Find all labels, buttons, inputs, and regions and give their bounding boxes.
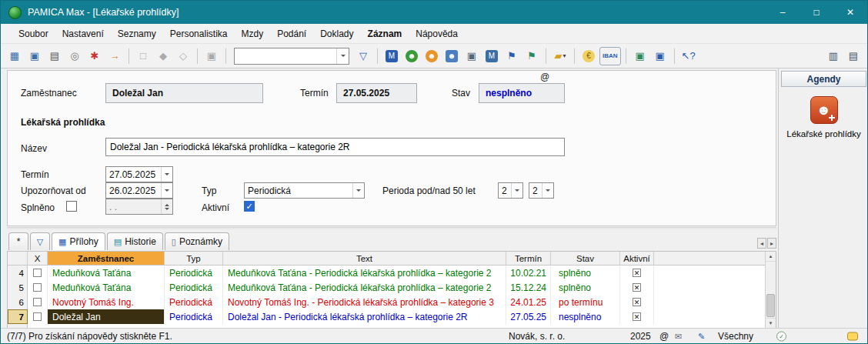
euro-icon[interactable]: € <box>579 47 598 65</box>
employee-orange-icon[interactable]: ☻ <box>422 47 441 65</box>
envelope-icon[interactable]: ✉ <box>675 331 682 341</box>
agendy-header[interactable]: Agendy <box>781 71 866 87</box>
aktivni-checkbox[interactable]: ✓ <box>244 201 255 212</box>
cell-zamestnanec[interactable]: Novotný Tomáš Ing. <box>48 295 165 309</box>
display-monitor-icon[interactable]: ▣ <box>651 47 669 65</box>
row-checkbox-icon[interactable] <box>33 298 42 306</box>
cell-aktivni[interactable]: ✕ <box>620 266 654 280</box>
status-filter[interactable]: Všechny <box>718 331 753 342</box>
menu-item-soubor[interactable]: Soubor <box>12 25 55 42</box>
cell-zamestnanec[interactable]: Meduňková Taťána <box>48 266 165 280</box>
splneno-checkbox[interactable] <box>66 201 77 212</box>
row-select-cell[interactable] <box>28 266 48 280</box>
panel-toggle-left-icon[interactable]: ▥ <box>824 47 843 65</box>
header-text[interactable]: Text <box>223 252 506 265</box>
table-row[interactable]: 6 Novotný Tomáš Ing. Periodická Novotný … <box>8 295 765 309</box>
minimize-button[interactable]: – <box>766 1 800 24</box>
spinner-icon[interactable] <box>161 199 172 214</box>
iban-icon[interactable]: IBAN <box>599 47 621 65</box>
header-stav[interactable]: Stav <box>551 252 620 265</box>
menu-item-personalistika[interactable]: Personalistika <box>163 25 235 42</box>
status-company[interactable]: Novák, s. r. o. <box>509 331 565 342</box>
tab-star[interactable]: * <box>8 232 28 250</box>
cell-text[interactable]: Doležal Jan - Periodická lékařská prohlí… <box>223 309 506 324</box>
filter-icon[interactable]: ▽ <box>354 47 372 65</box>
edit-pencil-icon[interactable]: ✎ <box>698 331 705 341</box>
personnel-card-icon[interactable]: ☻ <box>442 47 461 65</box>
cell-termin[interactable]: 24.01.25 <box>506 295 551 309</box>
print-preview-icon[interactable]: ◎ <box>65 47 84 65</box>
email-at-icon[interactable]: @ <box>659 331 669 342</box>
row-number[interactable]: 6 <box>8 295 28 309</box>
cell-aktivni[interactable]: ✕ <box>620 280 654 295</box>
chevron-down-icon[interactable] <box>542 183 553 198</box>
aktivni-checkbox-icon[interactable]: ✕ <box>633 269 641 277</box>
chevron-down-icon[interactable] <box>161 167 172 182</box>
cell-zamestnanec[interactable]: Doležal Jan <box>48 309 165 324</box>
header-zamestnanec[interactable]: Zaměstnanec <box>48 252 165 265</box>
menu-item-nastaveni[interactable]: Nastavení <box>55 25 111 42</box>
documents-folder-icon[interactable]: ▰▾ <box>551 47 569 65</box>
chevron-down-icon[interactable] <box>336 48 349 64</box>
flag-green-icon[interactable]: ⚑ <box>522 47 541 65</box>
panel-toggle-right-icon[interactable]: ▤ <box>844 47 863 65</box>
open-agenda-icon[interactable]: ▦ <box>5 47 24 65</box>
table-scrollbar[interactable]: ▲ ▼ <box>765 252 776 328</box>
remote-monitor-icon[interactable]: ▣ <box>631 47 649 65</box>
cell-typ[interactable]: Periodická <box>165 295 223 309</box>
cell-text[interactable]: Meduňková Taťána - Periodická lékařská p… <box>223 280 506 295</box>
sidebar-item-lekarske-prohlidky[interactable]: ☻ Lékařské prohlídky <box>779 96 868 139</box>
status-year[interactable]: 2025 <box>630 331 651 342</box>
scroll-down-icon[interactable]: ▼ <box>766 318 776 328</box>
cell-text[interactable]: Meduňková Taťána - Periodická lékařská p… <box>223 266 506 280</box>
termin-date-picker[interactable]: 27.05.2025 <box>105 166 173 182</box>
row-checkbox-icon[interactable] <box>33 312 42 321</box>
m-module-icon[interactable]: M <box>482 47 501 65</box>
cell-stav[interactable]: po termínu <box>551 295 620 309</box>
upozornovat-date-picker[interactable]: 26.02.2025 <box>105 182 173 199</box>
menu-item-napoveda[interactable]: Nápověda <box>409 25 465 42</box>
row-number[interactable]: 5 <box>8 280 28 295</box>
cell-stav[interactable]: splněno <box>551 280 620 295</box>
chat-bubble-icon[interactable] <box>847 332 858 340</box>
table-row[interactable]: 4 Meduňková Taťána Periodická Meduňková … <box>8 266 765 280</box>
aktivni-checkbox-icon[interactable]: ✕ <box>633 298 641 306</box>
cell-typ[interactable]: Periodická <box>165 266 223 280</box>
chevron-down-icon[interactable] <box>352 183 364 198</box>
tab-historie[interactable]: ▤ Historie <box>107 232 163 250</box>
row-checkbox-icon[interactable] <box>33 269 42 277</box>
chevron-down-icon[interactable] <box>161 183 172 198</box>
tab-filter[interactable]: ▽ <box>30 232 50 250</box>
close-button[interactable]: ✕ <box>833 1 867 24</box>
header-termin[interactable]: Termín <box>506 252 551 265</box>
tab-scroll-left-icon[interactable]: ◂ <box>757 238 766 249</box>
aktivni-checkbox-icon[interactable]: ✕ <box>633 312 641 321</box>
cell-typ[interactable]: Periodická <box>165 280 223 295</box>
cell-text[interactable]: Novotný Tomáš Ing. - Periodická lékařská… <box>223 295 506 309</box>
scroll-thumb[interactable] <box>766 294 775 317</box>
status-check-icon[interactable]: ✓ <box>776 331 786 341</box>
menu-item-mzdy[interactable]: Mzdy <box>234 25 270 42</box>
monitor-icon[interactable]: ▣ <box>462 47 481 65</box>
context-help-icon[interactable]: ↖? <box>679 47 698 65</box>
row-select-cell[interactable] <box>28 295 48 309</box>
cell-termin[interactable]: 10.02.21 <box>506 266 551 280</box>
perioda-pod-dropdown[interactable]: 2 <box>498 182 523 199</box>
row-number[interactable]: 7 <box>8 309 28 324</box>
splitter[interactable] <box>7 227 776 229</box>
typ-dropdown[interactable]: Periodická <box>244 182 365 199</box>
cell-aktivni[interactable]: ✕ <box>620 309 654 324</box>
cell-typ[interactable]: Periodická <box>165 309 223 324</box>
menu-item-podani[interactable]: Podání <box>270 25 313 42</box>
flag-blue-icon[interactable]: ⚑ <box>502 47 521 65</box>
header-x[interactable]: X <box>28 252 48 265</box>
cell-termin[interactable]: 27.05.25 <box>506 309 551 324</box>
table-row[interactable]: 5 Meduňková Taťána Periodická Meduňková … <box>8 280 765 295</box>
cell-aktivni[interactable]: ✕ <box>620 295 654 309</box>
mzdy-module-icon[interactable]: M <box>382 47 401 65</box>
scroll-up-icon[interactable]: ▲ <box>766 252 776 262</box>
chevron-down-icon[interactable] <box>511 183 522 198</box>
maximize-button[interactable]: □ <box>800 1 833 24</box>
employee-green-icon[interactable]: ☻ <box>402 47 421 65</box>
row-number[interactable]: 4 <box>8 266 28 280</box>
